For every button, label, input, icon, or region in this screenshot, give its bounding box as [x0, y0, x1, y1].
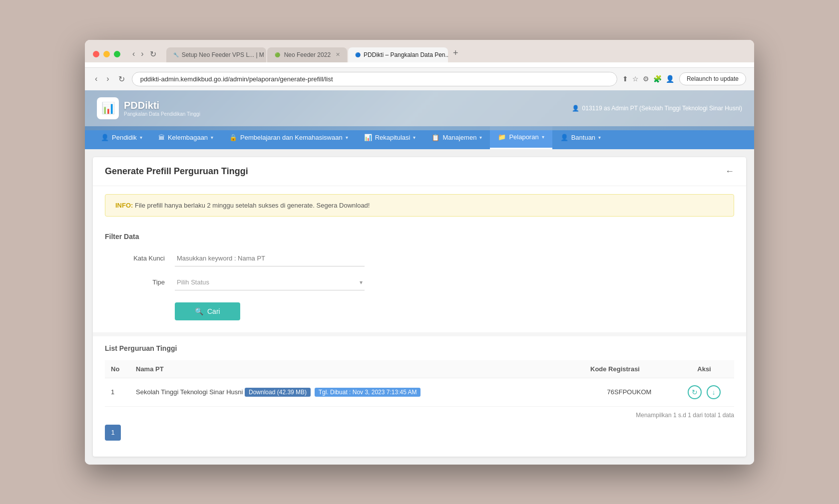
traffic-light-maximize[interactable] [114, 51, 120, 57]
pembelajaran-chevron: ▾ [346, 135, 348, 140]
rekapitulasi-icon: 📊 [364, 134, 372, 141]
nama-pt-text: Sekolah Tinggi Teknologi Sinar Husni [136, 388, 245, 396]
tab-2-icon: 🔵 [355, 51, 361, 58]
tab-2[interactable]: 🔵 PDDikti – Pangkalan Data Pen... ✕ [348, 47, 448, 62]
cell-kode: 76SFPOUKOM [584, 378, 674, 406]
tipe-select[interactable]: Pilih Status [175, 274, 365, 290]
browser-nav-buttons: ‹ › ↻ [130, 48, 158, 60]
kelembagaan-label: Kelembagaan [168, 134, 208, 141]
refresh-icon[interactable]: ↻ [688, 385, 702, 399]
bantuan-chevron: ▾ [598, 135, 601, 140]
star-icon[interactable]: ☆ [632, 75, 639, 83]
download-badge[interactable]: Download (42.39 MB) [245, 388, 311, 397]
action-icons: ↻ ↓ [680, 385, 728, 399]
tipe-row: Tipe Pilih Status ▾ [105, 274, 734, 290]
user-info: 👤 013119 as Admin PT (Sekolah Tinggi Tek… [572, 105, 742, 112]
browser-controls: ‹ › ↻ 🔧 Setup Neo Feeder VPS L... | M ✕ … [93, 46, 746, 62]
new-tab-button[interactable]: + [449, 46, 462, 60]
kata-kunci-row: Kata Kunci [105, 251, 734, 266]
pendidik-label: Pendidik [112, 134, 137, 141]
tab-1[interactable]: 🟢 Neo Feeder 2022 ✕ [267, 47, 347, 62]
pendidik-chevron: ▾ [140, 135, 142, 140]
date-badge: Tgl. Dibuat : Nov 3, 2023 7:13:45 AM [315, 388, 421, 397]
logo-icon: 📊 [97, 97, 119, 119]
pelaporan-label: Pelaporan [509, 133, 538, 141]
pembelajaran-label: Pembelajaran dan Kemahasiswaan [240, 134, 343, 141]
table-row: 1 Sekolah Tinggi Teknologi Sinar Husni D… [105, 378, 734, 406]
info-label: INFO: [115, 202, 133, 209]
profile-icon[interactable]: 👤 [666, 75, 674, 83]
search-icon: 🔍 [195, 307, 203, 315]
search-btn-row: 🔍 Cari [105, 298, 734, 320]
cell-aksi: ↻ ↓ [674, 378, 734, 406]
pagination: 1 [105, 421, 734, 445]
tipe-label: Tipe [105, 278, 175, 286]
address-forward-button[interactable]: › [104, 73, 111, 84]
manajemen-icon: 📋 [431, 134, 439, 141]
address-input[interactable] [132, 72, 617, 86]
kata-kunci-input[interactable] [175, 251, 365, 266]
tab-0-icon: 🔧 [173, 51, 179, 58]
manajemen-label: Manajemen [442, 134, 476, 141]
list-section: List Perguruan Tinggi No Nama PT Kode Re… [93, 332, 746, 457]
back-to-list-button[interactable]: ← [725, 166, 734, 177]
rekapitulasi-label: Rekapitulasi [375, 134, 411, 141]
pelaporan-chevron: ▾ [542, 134, 544, 140]
tab-0[interactable]: 🔧 Setup Neo Feeder VPS L... | M ✕ [166, 47, 266, 62]
kelembagaan-icon: 🏛 [158, 134, 165, 141]
traffic-light-close[interactable] [93, 51, 99, 57]
reload-button[interactable]: ↻ [148, 48, 158, 60]
logo-text: PDDikti [124, 100, 200, 111]
page-button-1[interactable]: 1 [105, 425, 121, 441]
extensions-icon[interactable]: ⚙ [643, 75, 649, 83]
puzzle-icon[interactable]: 🧩 [653, 75, 662, 83]
tab-1-icon: 🟢 [274, 51, 281, 58]
content-panel: Generate Prefill Perguruan Tinggi ← INFO… [93, 157, 746, 457]
browser-window: ‹ › ↻ 🔧 Setup Neo Feeder VPS L... | M ✕ … [85, 40, 754, 465]
relaunch-button[interactable]: Relaunch to update [679, 72, 746, 85]
traffic-light-minimize[interactable] [103, 51, 110, 57]
pelaporan-icon: 📁 [498, 133, 506, 141]
filter-title: Filter Data [105, 233, 734, 241]
list-title: List Perguruan Tinggi [105, 344, 734, 352]
tab-2-label: PDDikti – Pangkalan Data Pen... [364, 51, 448, 58]
col-header-kode: Kode Registrasi [584, 360, 674, 378]
address-bar-row: ‹ › ↻ ⬆ ☆ ⚙ 🧩 👤 Relaunch to update [85, 67, 754, 90]
cell-no: 1 [105, 378, 130, 406]
address-back-button[interactable]: ‹ [93, 73, 99, 84]
tab-1-close[interactable]: ✕ [336, 51, 340, 58]
logo-sub: Pangkalan Data Pendidikan Tinggi [124, 111, 200, 117]
browser-toolbar-icons: ⬆ ☆ ⚙ 🧩 👤 [622, 75, 674, 83]
kelembagaan-chevron: ▾ [211, 135, 213, 140]
user-icon: 👤 [572, 105, 579, 112]
address-reload-button[interactable]: ↻ [116, 73, 127, 85]
page-title: Generate Prefill Perguruan Tinggi [105, 166, 248, 177]
site-header: 📊 PDDikti Pangkalan Data Pendidikan Ting… [85, 90, 754, 126]
col-header-aksi: Aksi [674, 360, 734, 378]
search-button[interactable]: 🔍 Cari [175, 302, 240, 320]
share-icon[interactable]: ⬆ [622, 75, 628, 83]
panel-header: Generate Prefill Perguruan Tinggi ← [93, 157, 746, 186]
table-body: 1 Sekolah Tinggi Teknologi Sinar Husni D… [105, 378, 734, 406]
tab-0-label: Setup Neo Feeder VPS L... | M [182, 51, 264, 58]
search-button-label: Cari [207, 307, 220, 315]
col-header-no: No [105, 360, 130, 378]
page-content: 📊 PDDikti Pangkalan Data Pendidikan Ting… [85, 90, 754, 465]
user-info-text: 013119 as Admin PT (Sekolah Tinggi Tekno… [582, 105, 742, 112]
tipe-select-wrapper: Pilih Status ▾ [175, 274, 365, 290]
manajemen-chevron: ▾ [479, 135, 482, 140]
table-header: No Nama PT Kode Registrasi Aksi [105, 360, 734, 378]
browser-titlebar: ‹ › ↻ 🔧 Setup Neo Feeder VPS L... | M ✕ … [85, 40, 754, 62]
rekapitulasi-chevron: ▾ [413, 135, 416, 140]
bantuan-icon: 👤 [560, 134, 568, 141]
info-text: File prefill hanya berlaku 2 minggu sete… [135, 202, 370, 209]
download-icon[interactable]: ↓ [707, 385, 721, 399]
info-box: INFO: File prefill hanya berlaku 2 mingg… [105, 194, 734, 217]
forward-button[interactable]: › [139, 48, 145, 60]
bantuan-label: Bantuan [571, 134, 595, 141]
col-header-nama: Nama PT [130, 360, 584, 378]
browser-tabs: 🔧 Setup Neo Feeder VPS L... | M ✕ 🟢 Neo … [166, 46, 462, 62]
pendidik-icon: 👤 [101, 134, 109, 141]
pagination-info: Menampilkan 1 s.d 1 dari total 1 data [105, 407, 734, 421]
back-button[interactable]: ‹ [130, 48, 137, 60]
